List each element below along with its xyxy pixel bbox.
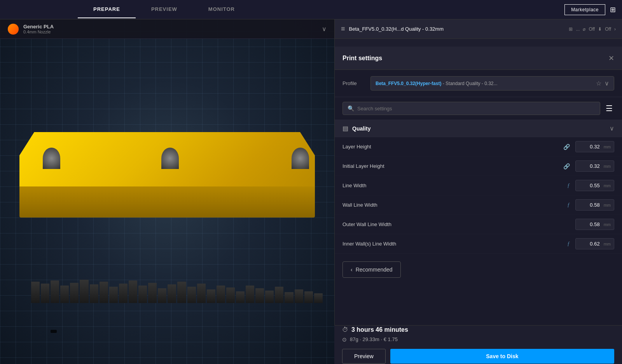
material-name: Generic PLA: [23, 24, 322, 30]
right-panel: ≡ Beta_FFV5.0_0.32(H...d Quality - 0.32m…: [334, 0, 622, 364]
peg-2: [161, 148, 179, 169]
time-text: 3 hours 46 minutes: [351, 326, 408, 333]
chevron-down-icon[interactable]: ∨: [605, 80, 609, 87]
3d-object: [12, 109, 319, 233]
inner-wall-line-width-value: 0.62: [576, 239, 604, 249]
line-width-value: 0.55: [576, 180, 604, 191]
initial-layer-height-value: 0.32: [576, 161, 604, 171]
status-icon-4: ⬇: [598, 26, 602, 32]
grid-icon[interactable]: ⊞: [610, 5, 616, 14]
close-icon[interactable]: ✕: [608, 54, 614, 63]
outer-wall-line-width-label: Outer Wall Line Width: [342, 221, 567, 227]
search-input[interactable]: [357, 106, 595, 111]
stats-text: 87g · 29.33m · € 1.75: [350, 336, 398, 342]
layer-height-unit: mm: [604, 142, 614, 152]
initial-layer-height-label: Initial Layer Height: [342, 163, 563, 169]
settings-panel: Print settings ✕ Profile Beta_FFV5.0_0.3…: [335, 47, 622, 364]
recommended-label: Recommended: [356, 266, 393, 273]
recommended-button[interactable]: ‹ Recommended: [342, 261, 401, 278]
fin: [187, 287, 196, 303]
fin: [80, 280, 88, 303]
material-bar: Generic PLA 0.4mm Nozzle ∨: [0, 19, 334, 39]
profile-dropdown[interactable]: Beta_FFV5.0_0.32(Hyper-fast) - Standard …: [370, 76, 614, 91]
status-icon-2: ...: [576, 26, 580, 32]
layer-height-value: 0.32: [576, 141, 604, 152]
outer-wall-line-width-value-wrapper[interactable]: 0.58 mm: [575, 219, 614, 230]
stats-row: ⊙ 87g · 29.33m · € 1.75: [342, 336, 614, 343]
search-input-wrapper: 🔍: [342, 102, 600, 115]
recommended-arrow-icon: ‹: [351, 266, 353, 273]
link-icon-0: 🔗: [563, 144, 570, 150]
time-row: ⏱ 3 hours 46 minutes: [342, 326, 614, 333]
fin: [207, 289, 215, 303]
wall-line-width-value: 0.58: [576, 200, 604, 210]
line-width-value-wrapper[interactable]: 0.55 mm: [575, 180, 614, 191]
inner-wall-line-width-label: Inner Wall(s) Line Width: [342, 241, 567, 247]
fin: [314, 293, 323, 303]
bottom-label: [51, 330, 57, 333]
fin: [246, 286, 254, 303]
fin: [226, 287, 235, 303]
peg-3: [292, 148, 309, 169]
menu-icon[interactable]: ☰: [604, 102, 614, 115]
outer-wall-line-width-row: Outer Wall Line Width ƒ 0.58 mm: [335, 215, 622, 234]
fin: [275, 287, 283, 303]
fin: [265, 291, 274, 303]
fin: [158, 288, 166, 303]
layer-height-value-wrapper[interactable]: 0.32 mm: [575, 141, 614, 152]
fin: [60, 286, 69, 303]
wall-line-width-value-wrapper[interactable]: 0.58 mm: [575, 199, 614, 211]
bottom-bar: ⏱ 3 hours 46 minutes ⊙ 87g · 29.33m · € …: [334, 325, 622, 364]
fin: [109, 287, 118, 303]
stats-icon: ⊙: [342, 336, 347, 343]
fin: [90, 284, 98, 303]
fin: [304, 291, 313, 303]
fx-icon-5: ƒ: [567, 241, 570, 247]
tab-preview[interactable]: PREVIEW: [136, 1, 193, 18]
inner-wall-line-width-value-wrapper[interactable]: 0.62 mm: [575, 238, 614, 249]
material-icon: [8, 24, 19, 35]
profile-label: Profile: [342, 80, 366, 86]
nav-tabs: PREPARE PREVIEW MONITOR: [78, 1, 250, 18]
fin: [217, 286, 225, 303]
outer-wall-line-width-value: 0.58: [576, 219, 604, 230]
header: PREPARE PREVIEW MONITOR Marketplace ⊞: [0, 0, 622, 19]
tab-monitor[interactable]: MONITOR: [193, 1, 250, 18]
fin: [100, 282, 108, 303]
marketplace-button[interactable]: Marketplace: [564, 4, 605, 15]
profile-name-bold: Beta_FFV5.0_0.32(Hyper-fast): [376, 81, 441, 86]
layer-height-label: Layer Height: [342, 144, 563, 150]
initial-layer-height-value-wrapper[interactable]: 0.32 mm: [575, 160, 614, 172]
fin: [295, 289, 303, 303]
preview-button[interactable]: Preview: [342, 349, 386, 364]
inner-wall-line-width-unit: mm: [604, 239, 614, 249]
peg-1: [43, 148, 60, 169]
link-icon-1: 🔗: [563, 163, 570, 169]
clock-icon: ⏱: [342, 326, 348, 333]
header-right: Marketplace ⊞: [564, 4, 622, 15]
settings-title: Print settings: [342, 55, 608, 62]
fin: [168, 284, 176, 303]
fin: [285, 292, 293, 303]
search-icon: 🔍: [348, 105, 354, 111]
star-icon[interactable]: ☆: [596, 80, 601, 87]
fx-icon-3: ƒ: [567, 202, 570, 208]
profile-bar-name: Beta_FFV5.0_0.32(H...d Quality - 0.32mm: [349, 26, 444, 32]
settings-header: Print settings ✕: [335, 47, 622, 70]
status-icon-3: ⌀: [583, 26, 585, 32]
fin: [51, 280, 59, 303]
material-dropdown-arrow[interactable]: ∨: [322, 25, 327, 33]
chevron-right-icon[interactable]: ›: [614, 26, 616, 32]
section-icon: ▤: [342, 125, 348, 132]
fin: [177, 282, 186, 303]
status-off-1: Off: [589, 26, 595, 32]
tab-prepare[interactable]: PREPARE: [78, 1, 136, 18]
quality-section-header[interactable]: ▤ Quality ∨: [335, 120, 622, 137]
layer-height-row: Layer Height 🔗 0.32 mm: [335, 137, 622, 157]
inner-wall-line-width-row: Inner Wall(s) Line Width ƒ 0.62 mm: [335, 234, 622, 254]
line-width-unit: mm: [604, 181, 614, 190]
actions-row: Preview Save to Disk: [342, 349, 614, 364]
profile-dropdown-text: Beta_FFV5.0_0.32(Hyper-fast) - Standard …: [376, 81, 596, 86]
fin: [41, 284, 49, 303]
save-to-disk-button[interactable]: Save to Disk: [390, 349, 614, 364]
